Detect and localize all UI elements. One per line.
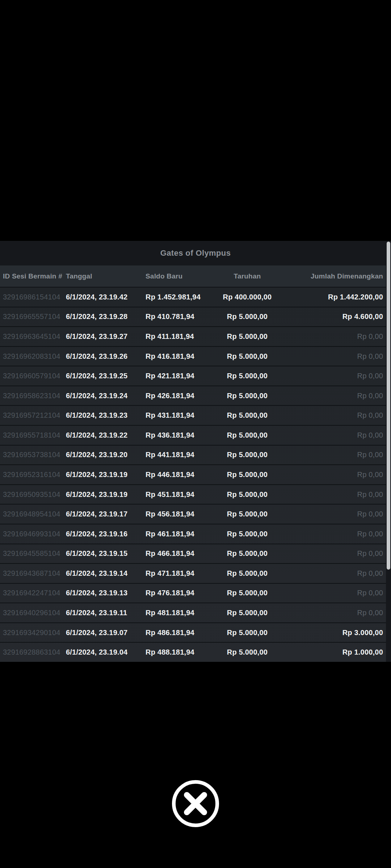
- cell-new-balance: Rp 456.181,94: [143, 510, 203, 518]
- table-row: 329169489541046/1/2024, 23.19.17Rp 456.1…: [0, 504, 386, 524]
- table-row: 329169572121046/1/2024, 23.19.23Rp 431.1…: [0, 405, 386, 425]
- cell-new-balance: Rp 441.181,94: [143, 451, 203, 459]
- table-row: 329169422471046/1/2024, 23.19.13Rp 476.1…: [0, 583, 386, 603]
- cell-bet: Rp 400.000,00: [203, 293, 292, 301]
- table-row: 329169605791046/1/2024, 23.19.25Rp 421.1…: [0, 366, 386, 386]
- table-body: 329169861541046/1/2024, 23.19.42Rp 1.452…: [0, 287, 386, 662]
- cell-bet: Rp 5.000,00: [203, 609, 292, 617]
- cell-amount-won: Rp 0,00: [292, 392, 386, 400]
- cell-date: 6/1/2024, 23.19.07: [63, 629, 143, 637]
- cell-session-id: 32916957212104: [0, 411, 63, 420]
- column-header-bet: Taruhan: [203, 272, 292, 280]
- cell-new-balance: Rp 471.181,94: [143, 569, 203, 578]
- cell-session-id: 32916948954104: [0, 510, 63, 518]
- cell-new-balance: Rp 421.181,94: [143, 372, 203, 380]
- cell-amount-won: Rp 4.600,00: [292, 312, 386, 321]
- table-row: 329169537381046/1/2024, 23.19.20Rp 441.1…: [0, 445, 386, 465]
- game-history-modal: Gates of Olympus ID Sesi Bermain # Tangg…: [0, 241, 391, 662]
- cell-amount-won: Rp 1.442.200,00: [292, 293, 386, 301]
- cell-amount-won: Rp 0,00: [292, 332, 386, 341]
- table-row: 329169509351046/1/2024, 23.19.19Rp 451.1…: [0, 484, 386, 504]
- cell-bet: Rp 5.000,00: [203, 648, 292, 656]
- cell-session-id: 32916942247104: [0, 589, 63, 597]
- column-header-amount-won: Jumlah Dimenangkan: [292, 272, 386, 280]
- cell-bet: Rp 5.000,00: [203, 549, 292, 558]
- cell-amount-won: Rp 0,00: [292, 569, 386, 578]
- table-row: 329169523161046/1/2024, 23.19.19Rp 446.1…: [0, 464, 386, 484]
- cell-session-id: 32916943687104: [0, 569, 63, 578]
- cell-new-balance: Rp 451.181,94: [143, 490, 203, 499]
- cell-amount-won: Rp 0,00: [292, 510, 386, 518]
- cell-date: 6/1/2024, 23.19.14: [63, 569, 143, 578]
- cell-date: 6/1/2024, 23.19.13: [63, 589, 143, 597]
- cell-new-balance: Rp 1.452.981,94: [143, 293, 203, 301]
- cell-bet: Rp 5.000,00: [203, 312, 292, 321]
- cell-bet: Rp 5.000,00: [203, 352, 292, 361]
- cell-new-balance: Rp 488.181,94: [143, 648, 203, 656]
- scrollbar-thumb[interactable]: [387, 242, 390, 570]
- cell-bet: Rp 5.000,00: [203, 569, 292, 578]
- cell-session-id: 32916928863104: [0, 648, 63, 656]
- cell-date: 6/1/2024, 23.19.28: [63, 312, 143, 321]
- cell-session-id: 32916955718104: [0, 431, 63, 439]
- cell-amount-won: Rp 0,00: [292, 530, 386, 538]
- column-header-session-id: ID Sesi Bermain #: [0, 272, 63, 280]
- cell-session-id: 32916962083104: [0, 352, 63, 361]
- table-row: 329169861541046/1/2024, 23.19.42Rp 1.452…: [0, 287, 386, 307]
- cell-date: 6/1/2024, 23.19.26: [63, 352, 143, 361]
- scrollbar-track[interactable]: [386, 241, 391, 662]
- x-circle-icon: [172, 780, 219, 827]
- cell-session-id: 32916945585104: [0, 549, 63, 558]
- close-button[interactable]: [172, 780, 219, 827]
- cell-new-balance: Rp 466.181,94: [143, 549, 203, 558]
- cell-session-id: 32916960579104: [0, 372, 63, 380]
- cell-date: 6/1/2024, 23.19.23: [63, 411, 143, 420]
- table-row: 329169557181046/1/2024, 23.19.22Rp 436.1…: [0, 425, 386, 445]
- column-header-date: Tanggal: [63, 272, 143, 280]
- cell-session-id: 32916965557104: [0, 312, 63, 321]
- cell-new-balance: Rp 446.181,94: [143, 471, 203, 479]
- cell-new-balance: Rp 481.181,94: [143, 609, 203, 617]
- cell-new-balance: Rp 431.181,94: [143, 411, 203, 420]
- cell-new-balance: Rp 461.181,94: [143, 530, 203, 538]
- cell-bet: Rp 5.000,00: [203, 411, 292, 420]
- cell-bet: Rp 5.000,00: [203, 490, 292, 499]
- cell-new-balance: Rp 411.181,94: [143, 332, 203, 341]
- cell-bet: Rp 5.000,00: [203, 392, 292, 400]
- cell-bet: Rp 5.000,00: [203, 332, 292, 341]
- table-row: 329169655571046/1/2024, 23.19.28Rp 410.7…: [0, 307, 386, 327]
- cell-date: 6/1/2024, 23.19.42: [63, 293, 143, 301]
- cell-date: 6/1/2024, 23.19.24: [63, 392, 143, 400]
- cell-new-balance: Rp 416.181,94: [143, 352, 203, 361]
- column-header-new-balance: Saldo Baru: [143, 272, 203, 280]
- table-row: 329169402961046/1/2024, 23.19.11Rp 481.1…: [0, 603, 386, 622]
- table-row: 329169469931046/1/2024, 23.19.16Rp 461.1…: [0, 524, 386, 544]
- cell-session-id: 32916940296104: [0, 609, 63, 617]
- cell-date: 6/1/2024, 23.19.16: [63, 530, 143, 538]
- cell-amount-won: Rp 0,00: [292, 431, 386, 439]
- cell-amount-won: Rp 1.000,00: [292, 648, 386, 656]
- cell-date: 6/1/2024, 23.19.11: [63, 609, 143, 617]
- cell-amount-won: Rp 0,00: [292, 411, 386, 420]
- history-table: ID Sesi Bermain # Tanggal Saldo Baru Tar…: [0, 265, 386, 662]
- table-row: 329169620831046/1/2024, 23.19.26Rp 416.1…: [0, 346, 386, 366]
- cell-session-id: 32916963645104: [0, 332, 63, 341]
- cell-session-id: 32916946993104: [0, 530, 63, 538]
- cell-date: 6/1/2024, 23.19.20: [63, 451, 143, 459]
- cell-new-balance: Rp 486.181,94: [143, 629, 203, 637]
- cell-bet: Rp 5.000,00: [203, 471, 292, 479]
- cell-bet: Rp 5.000,00: [203, 629, 292, 637]
- cell-date: 6/1/2024, 23.19.19: [63, 490, 143, 499]
- cell-date: 6/1/2024, 23.19.15: [63, 549, 143, 558]
- cell-amount-won: Rp 3.000,00: [292, 629, 386, 637]
- table-row: 329169436871046/1/2024, 23.19.14Rp 471.1…: [0, 563, 386, 583]
- cell-date: 6/1/2024, 23.19.27: [63, 332, 143, 341]
- cell-session-id: 32916958623104: [0, 392, 63, 400]
- cell-amount-won: Rp 0,00: [292, 490, 386, 499]
- cell-date: 6/1/2024, 23.19.04: [63, 648, 143, 656]
- table-row: 329169288631046/1/2024, 23.19.04Rp 488.1…: [0, 642, 386, 662]
- table-row: 329169586231046/1/2024, 23.19.24Rp 426.1…: [0, 386, 386, 405]
- cell-bet: Rp 5.000,00: [203, 451, 292, 459]
- cell-session-id: 32916952316104: [0, 471, 63, 479]
- cell-date: 6/1/2024, 23.19.17: [63, 510, 143, 518]
